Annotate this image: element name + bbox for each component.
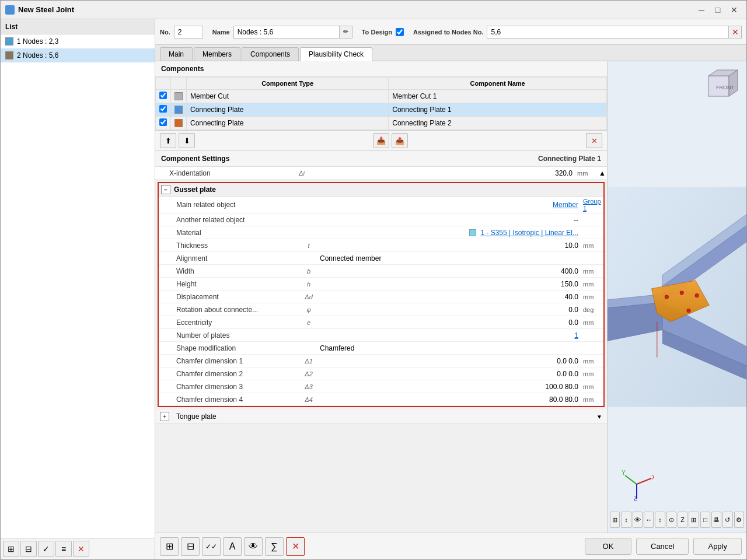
table-row[interactable]: Connecting Plate Connecting Plate 2 <box>156 117 607 130</box>
close-button[interactable]: ✕ <box>727 4 742 16</box>
view-btn-8[interactable]: ⊞ <box>689 512 699 528</box>
bottom-btn-2[interactable]: ⊟ <box>181 537 200 556</box>
gusset-header[interactable]: − Gusset plate <box>159 183 603 197</box>
axis-indicator: X Y Z <box>619 467 654 503</box>
to-design-label: To Design <box>362 29 392 36</box>
dialog-buttons: OK Cancel Apply <box>585 538 742 555</box>
check-button[interactable]: ✓ <box>38 541 54 557</box>
maximize-button[interactable]: □ <box>710 4 725 16</box>
x-indentation-label: X-indentation <box>165 169 293 177</box>
view-btn-3[interactable]: 👁 <box>633 512 643 528</box>
name-field: Name Nodes : 5,6 ✏ <box>212 26 352 38</box>
ok-button[interactable]: OK <box>585 538 631 555</box>
view-btn-7[interactable]: Z <box>678 512 687 528</box>
bottom-delete-button[interactable]: ✕ <box>286 537 305 556</box>
shape-mod-label: Shape modification <box>172 344 300 352</box>
add-joint-button[interactable]: ⊞ <box>3 541 19 557</box>
view-btn-12[interactable]: ⚙ <box>734 512 744 528</box>
bottom-btn-4[interactable]: A <box>223 537 242 556</box>
row-checkbox[interactable] <box>159 105 167 113</box>
chamfer3-row: Chamfer dimension 3 Δ3 100.0 80.0 mm <box>159 380 603 393</box>
3d-scene <box>608 61 746 533</box>
components-table-wrap: Component Type Component Name Member Cut… <box>155 77 607 131</box>
eccentricity-row: Eccentricity e 0.0 mm <box>159 316 603 329</box>
chamfer3-sym: Δ3 <box>300 383 317 390</box>
row-type: Connecting Plate <box>187 117 389 130</box>
view-btn-9[interactable]: □ <box>700 512 710 528</box>
apply-button[interactable]: Apply <box>693 538 742 555</box>
view-btn-10[interactable]: 🖶 <box>711 512 721 528</box>
no-label: No. <box>160 29 170 36</box>
height-unit: mm <box>583 281 603 288</box>
tab-plausibility-check[interactable]: Plausibility Check <box>300 47 372 61</box>
tab-main[interactable]: Main <box>160 47 193 61</box>
bottom-toolbar: ⊞ ⊟ ✓✓ A 👁 ∑ ✕ <box>160 537 305 556</box>
left-content: Components Component Type Component Name <box>155 61 608 533</box>
minimize-button[interactable]: ─ <box>694 4 709 16</box>
list-item[interactable]: 2 Nodes : 5,6 <box>1 48 155 62</box>
delete-comp-button[interactable]: ✕ <box>586 133 602 148</box>
x-indentation-symbol: Δi <box>293 170 310 177</box>
tab-components[interactable]: Components <box>242 47 299 61</box>
to-design-checkbox[interactable] <box>396 28 404 36</box>
name-value: Nodes : 5,6 <box>234 27 339 37</box>
another-related-label: Another related object <box>172 216 300 224</box>
cancel-button[interactable]: Cancel <box>636 538 689 555</box>
viewport-toolbar: ⊞ ↕ 👁 ↔ ↕ ⊙ Z ⊞ □ 🖶 ↺ ⚙ <box>608 512 746 528</box>
row-checkbox[interactable] <box>159 118 167 126</box>
svg-point-11 <box>687 309 691 313</box>
view-btn-1[interactable]: ⊞ <box>610 512 620 528</box>
right-area: No. 2 Name Nodes : 5,6 ✏ To Design <box>155 19 746 559</box>
view-btn-4[interactable]: ↔ <box>644 512 654 528</box>
left-panel-toolbar: ⊞ ⊟ ✓ ≡ ✕ <box>1 538 155 559</box>
num-plates-value: 1 <box>317 331 583 340</box>
scroll-up-btn[interactable]: ▲ <box>598 169 607 177</box>
view-btn-5[interactable]: ↕ <box>655 512 665 528</box>
no-value: 2 <box>174 26 203 38</box>
bottom-btn-3[interactable]: ✓✓ <box>202 537 221 556</box>
gusset-label: Gusset plate <box>174 186 216 194</box>
material-indicator <box>469 229 476 236</box>
alignment-value: Connected member <box>317 254 583 262</box>
menu-button[interactable]: ≡ <box>55 541 72 557</box>
list-item[interactable]: 1 Nodes : 2,3 <box>1 34 155 48</box>
collapse-button[interactable]: − <box>161 185 170 194</box>
no-field: No. 2 <box>160 26 203 38</box>
import-button[interactable]: 📥 <box>373 133 389 148</box>
orientation-cube[interactable]: FRONT <box>706 67 741 102</box>
row-name: Connecting Plate 1 <box>389 103 607 117</box>
row-checkbox[interactable] <box>159 92 167 99</box>
material-label: Material <box>172 229 300 237</box>
tongue-expand-button[interactable]: + <box>160 412 169 421</box>
duplicate-button[interactable]: ⊟ <box>20 541 37 557</box>
table-row[interactable]: Connecting Plate Connecting Plate 1 <box>156 103 607 117</box>
delete-button[interactable]: ✕ <box>73 541 89 557</box>
bottom-btn-1[interactable]: ⊞ <box>160 537 179 556</box>
name-edit-button[interactable]: ✏ <box>339 26 352 38</box>
components-table: Component Type Component Name Member Cut… <box>155 77 607 130</box>
x-indentation-row: X-indentation Δi 320.0 mm ▲ <box>155 167 607 180</box>
chamfer4-label: Chamfer dimension 4 <box>172 396 300 404</box>
assigned-label: Assigned to Nodes No. <box>413 29 483 36</box>
chamfer3-label: Chamfer dimension 3 <box>172 383 300 391</box>
view-btn-11[interactable]: ↺ <box>722 512 732 528</box>
move-up-button[interactable]: ⬆ <box>160 133 176 148</box>
displacement-sym: Δd <box>300 293 317 300</box>
view-btn-2[interactable]: ↕ <box>621 512 631 528</box>
chamfer4-row: Chamfer dimension 4 Δ4 80.0 80.0 mm <box>159 393 603 406</box>
3d-viewport[interactable]: FRONT ⊞ ↕ 👁 ↔ ↕ ⊙ Z ⊞ □ 🖶 <box>608 61 746 533</box>
tab-members[interactable]: Members <box>194 47 240 61</box>
table-row[interactable]: Member Cut Member Cut 1 <box>156 90 607 103</box>
chamfer4-unit: mm <box>583 396 603 403</box>
assigned-clear-button[interactable]: ✕ <box>728 26 741 38</box>
move-down-button[interactable]: ⬇ <box>179 133 195 148</box>
tongue-plate-section[interactable]: + Tongue plate ▼ <box>155 410 607 424</box>
row-type: Connecting Plate <box>187 103 389 117</box>
bottom-btn-6[interactable]: ∑ <box>265 537 284 556</box>
export-button[interactable]: 📤 <box>392 133 408 148</box>
row-color <box>174 92 183 100</box>
chamfer4-sym: Δ4 <box>300 396 317 403</box>
bottom-btn-5[interactable]: 👁 <box>244 537 263 556</box>
view-btn-6[interactable]: ⊙ <box>666 512 676 528</box>
svg-text:X: X <box>652 474 654 481</box>
